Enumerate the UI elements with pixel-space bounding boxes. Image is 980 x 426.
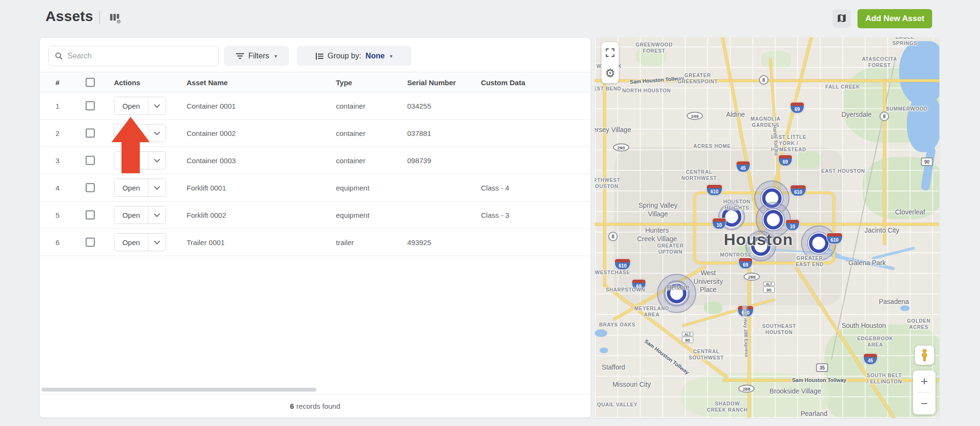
map-label: SUMMERWOOD [886,106,927,112]
row-checkbox-cell [86,156,95,165]
column-header-custom-data: Custom Data [481,78,525,86]
map-label: ersey Village [595,126,631,135]
asset-serial-cell: 037881 [407,129,431,137]
table-header-row: # Actions Asset Name Type Serial Number … [40,72,590,92]
svg-text:⚙: ⚙ [116,19,121,24]
select-all-checkbox[interactable] [86,78,95,87]
open-dropdown-button[interactable] [148,179,166,196]
asset-name-cell: Container 0001 [187,102,236,110]
row-checkbox[interactable] [86,156,95,165]
map-label: Brookside Village [769,387,821,396]
column-header-num: # [56,78,75,86]
open-button-group: Open [114,233,166,251]
map-label: MAGNOLIA GARDENS [751,116,781,128]
search-input[interactable] [67,52,212,60]
map-label: Hardy Toll Rd [771,125,779,156]
map-label: ACRES HOME [693,143,731,149]
group-by-icon [316,53,323,60]
row-number: 1 [56,102,59,110]
table-row: 1OpenContainer 0001container034255 [40,92,590,120]
chevron-down-icon [154,129,160,135]
highway-shield: 10 [785,219,800,231]
map-label: GREATER GREENSPOINT [678,72,718,85]
highway-shield: ALT90 [763,282,775,293]
highway-shield: 249 [687,112,703,120]
map-label: Pasadena [879,298,909,306]
map-label: Stafford [602,363,625,372]
open-dropdown-button[interactable] [148,234,166,251]
app-header: Assets ⚙ Add New Asset [0,0,980,36]
table-settings-icon[interactable]: ⚙ [108,11,122,25]
highway-shield: 69 [738,258,753,269]
map-label: SOUTH BELT / ELLINGTON [867,372,902,385]
row-checkbox-cell [86,101,95,111]
add-new-asset-button[interactable]: Add New Asset [858,9,932,28]
fullscreen-icon [606,48,614,57]
open-button[interactable]: Open [114,206,148,224]
asset-type-cell: container [336,157,366,165]
pegman-button[interactable] [915,346,934,365]
records-found-footer: 6 records found [40,394,590,418]
open-button-group: Open [114,206,166,224]
row-checkbox[interactable] [86,129,95,138]
highway-shield: 610 [706,184,723,196]
map-panel[interactable]: GREENWOOD FORESTWBROOKSam Houston Tollwa… [595,37,939,418]
map-label: ATASCOCITA FOREST [862,56,897,68]
highway-shield: 290 [613,144,629,152]
map-label: Cloverleaf [895,208,925,217]
map-settings-button[interactable]: ⚙ [603,65,617,81]
open-dropdown-button[interactable] [148,206,166,224]
map-label: QUAIL VALLEY [597,402,637,408]
map-label: EST BEND [595,86,621,92]
map-controls-topleft: ⚙ [601,42,619,83]
map-zoom-control: + − [913,370,935,415]
horizontal-scrollbar[interactable] [42,388,316,392]
map-label: Hunters Creek Village [637,226,677,243]
filters-label: Filters [248,52,269,60]
open-button[interactable]: Open [114,97,148,114]
map-cluster-marker[interactable] [746,231,776,261]
row-checkbox[interactable] [86,183,95,192]
asset-name-cell: Forklift 0001 [187,184,226,192]
map-label: EDGEBROOK AREA [857,336,893,348]
map-label: EAST LITTLE YORK / HOMESTEAD [771,134,806,153]
highway-shield: 8 [880,112,889,121]
map-label: GOLDEN ACRES [907,318,930,330]
map-cluster-marker[interactable] [657,274,696,313]
chevron-down-icon [154,184,160,190]
map-label: RTHWEST OUSTON [595,177,620,190]
row-checkbox[interactable] [86,101,95,111]
open-dropdown-button[interactable] [148,124,166,142]
map-label: SOUTHEAST HOUSTON [762,323,796,336]
open-dropdown-button[interactable] [148,97,166,114]
chevron-down-icon: ▾ [275,53,278,59]
row-checkbox-cell [86,211,95,220]
map-label: CENTRAL SOUTHWEST [689,348,724,361]
highway-shield: 288 [744,273,760,281]
open-button[interactable]: Open [114,234,148,251]
map-items-layer: GREENWOOD FORESTWBROOKSam Houston Tollwa… [595,37,939,418]
row-checkbox[interactable] [86,238,95,247]
row-checkbox-cell [86,183,95,192]
open-dropdown-button[interactable] [148,152,166,169]
map-label: CENTRAL NORTHWEST [681,169,717,181]
chevron-down-icon [154,211,160,217]
row-checkbox[interactable] [86,211,95,220]
fullscreen-button[interactable] [603,45,617,61]
highway-shield: 45 [736,161,750,172]
gear-icon: ⚙ [605,67,615,79]
asset-serial-cell: 034255 [407,102,431,110]
asset-type-cell: container [336,129,366,137]
map-label: Spring Valley Village [638,202,677,218]
open-button[interactable]: Open [114,179,148,196]
filters-button[interactable]: Filters ▾ [224,46,289,66]
map-toggle-button[interactable] [833,10,851,28]
asset-type-cell: container [336,102,366,110]
table-rows: 1OpenContainer 0001container0342552OpenC… [40,92,590,256]
group-by-button[interactable]: Group by: None ▾ [297,46,412,66]
zoom-in-button[interactable]: + [913,370,935,392]
map-label: Jacinto City [865,226,899,235]
row-checkbox-cell [86,129,95,138]
zoom-out-button[interactable]: − [913,393,935,415]
group-by-value: None [366,52,385,60]
